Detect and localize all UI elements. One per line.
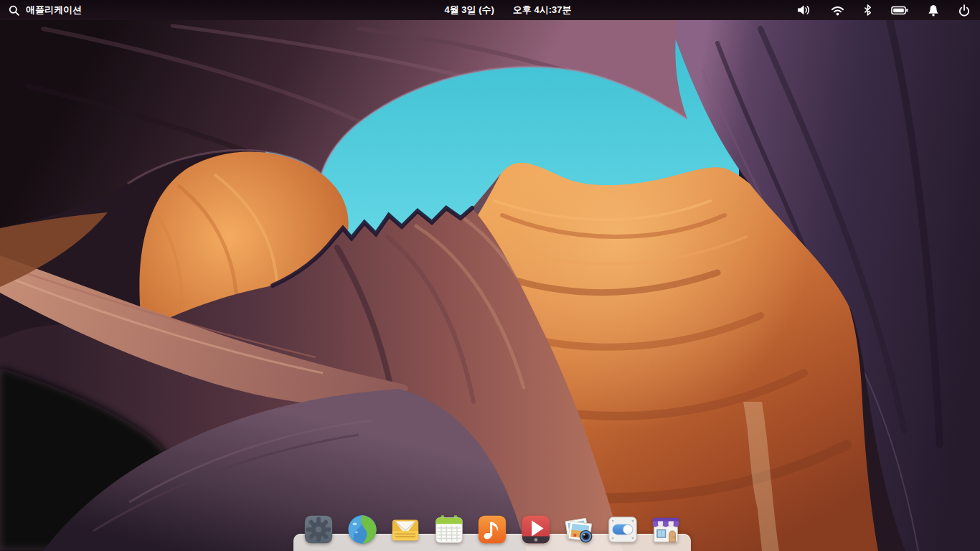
applications-menu-label: 애플리케이션 (26, 4, 82, 17)
top-panel: 애플리케이션 4월 3일 (수) 오후 4시:37분 (0, 0, 980, 20)
datetime-widget[interactable]: 4월 3일 (수) 오후 4시:37분 (445, 0, 572, 20)
dock-item-calendar[interactable] (432, 512, 466, 546)
dock-item-videos[interactable] (519, 512, 553, 546)
system-settings-gear-icon (302, 513, 335, 546)
bluetooth-icon[interactable] (864, 4, 872, 16)
switchboard-toggle-icon (606, 513, 639, 546)
notifications-bell-icon[interactable] (928, 4, 939, 17)
dock (293, 511, 691, 551)
wallpaper (0, 0, 980, 551)
applications-menu-button[interactable]: 애플리케이션 (0, 0, 90, 20)
battery-icon[interactable] (891, 6, 908, 15)
videos-play-icon (519, 513, 552, 546)
power-icon[interactable] (958, 4, 970, 17)
photos-icon (562, 513, 596, 546)
mail-icon (389, 513, 422, 546)
dock-item-switchboard[interactable] (606, 512, 640, 546)
volume-icon[interactable] (796, 4, 811, 16)
dock-item-photos[interactable] (562, 512, 596, 546)
appcenter-storefront-icon (649, 513, 682, 546)
date-label: 4월 3일 (수) (445, 4, 494, 17)
wifi-icon[interactable] (831, 5, 844, 16)
web-browser-globe-icon (346, 513, 379, 546)
dock-item-appcenter[interactable] (649, 512, 683, 546)
dock-item-music[interactable] (475, 512, 509, 546)
time-label: 오후 4시:37분 (513, 4, 572, 17)
system-tray (796, 0, 980, 20)
search-icon (9, 5, 19, 16)
dock-icons-row (293, 512, 691, 546)
dock-item-system-settings[interactable] (301, 512, 336, 546)
dock-item-web-browser[interactable] (345, 512, 380, 546)
dock-item-mail[interactable] (388, 512, 423, 546)
calendar-icon (433, 513, 466, 546)
desktop: 애플리케이션 4월 3일 (수) 오후 4시:37분 (0, 0, 980, 551)
music-note-icon (476, 513, 509, 546)
